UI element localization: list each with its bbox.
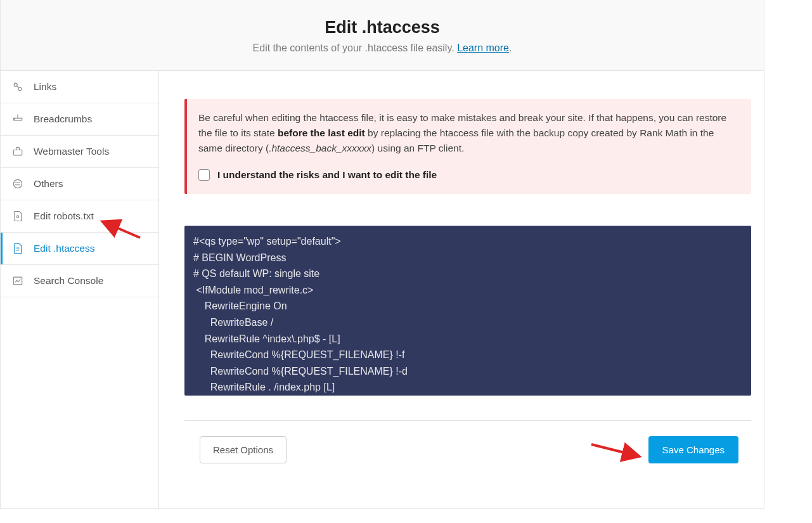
sidebar-item-search-console[interactable]: Search Console bbox=[1, 265, 158, 297]
htaccess-file-icon bbox=[11, 242, 25, 255]
reset-options-button[interactable]: Reset Options bbox=[200, 436, 287, 463]
risk-checkbox-label[interactable]: I understand the risks and I want to edi… bbox=[217, 167, 437, 183]
sidebar-item-label: Breadcrumbs bbox=[34, 113, 92, 125]
content-pane: Be careful when editing the htaccess fil… bbox=[159, 71, 764, 508]
sidebar-item-label: Search Console bbox=[34, 275, 103, 287]
warning-text: Be careful when editing the htaccess fil… bbox=[198, 110, 738, 156]
svg-point-9 bbox=[16, 216, 18, 217]
svg-line-2 bbox=[16, 86, 18, 87]
body-area: Links Breadcrumbs Webmaster Tools bbox=[1, 71, 764, 508]
annotation-arrow-save bbox=[589, 441, 642, 462]
sidebar-item-links[interactable]: Links bbox=[1, 71, 158, 103]
warning-bold: before the last edit bbox=[278, 127, 365, 138]
subtitle-text: Edit the contents of your .htaccess file… bbox=[253, 42, 458, 53]
link-icon bbox=[11, 80, 25, 94]
htaccess-editor[interactable] bbox=[184, 226, 751, 396]
risk-acknowledge-row: I understand the risks and I want to edi… bbox=[198, 167, 738, 183]
sidebar-item-others[interactable]: Others bbox=[1, 168, 158, 200]
settings-panel: Edit .htaccess Edit the contents of your… bbox=[0, 0, 764, 509]
sidebar-item-label: Links bbox=[34, 81, 56, 93]
sidebar: Links Breadcrumbs Webmaster Tools bbox=[1, 71, 159, 508]
footer-bar: Reset Options Save Changes bbox=[184, 420, 751, 479]
warning-italic: .htaccess_back_xxxxxx bbox=[269, 143, 371, 153]
learn-more-link[interactable]: Learn more bbox=[457, 42, 509, 53]
sidebar-item-edit-robots[interactable]: Edit robots.txt bbox=[1, 200, 158, 233]
svg-point-6 bbox=[13, 179, 22, 188]
risk-checkbox[interactable] bbox=[198, 169, 210, 181]
sidebar-item-webmaster-tools[interactable]: Webmaster Tools bbox=[1, 136, 158, 168]
sidebar-item-label: Edit robots.txt bbox=[34, 210, 94, 222]
subtitle-suffix: . bbox=[509, 42, 512, 53]
svg-rect-12 bbox=[13, 277, 22, 285]
sidebar-item-label: Others bbox=[34, 178, 63, 190]
warning-part3: ) using an FTP client. bbox=[371, 143, 464, 153]
others-icon bbox=[11, 177, 25, 191]
warning-box: Be careful when editing the htaccess fil… bbox=[184, 99, 751, 194]
svg-line-14 bbox=[591, 444, 637, 456]
page-subtitle: Edit the contents of your .htaccess file… bbox=[13, 42, 751, 54]
sidebar-item-edit-htaccess[interactable]: Edit .htaccess bbox=[1, 233, 158, 265]
sidebar-item-breadcrumbs[interactable]: Breadcrumbs bbox=[1, 103, 158, 136]
search-console-icon bbox=[11, 274, 25, 288]
page-title: Edit .htaccess bbox=[13, 18, 751, 37]
toolbox-icon bbox=[11, 145, 25, 158]
page-header: Edit .htaccess Edit the contents of your… bbox=[1, 0, 764, 71]
svg-rect-5 bbox=[13, 150, 22, 155]
breadcrumbs-icon bbox=[11, 112, 25, 126]
robots-file-icon bbox=[11, 209, 25, 223]
sidebar-item-label: Edit .htaccess bbox=[34, 243, 95, 254]
sidebar-item-label: Webmaster Tools bbox=[34, 146, 109, 157]
save-changes-button[interactable]: Save Changes bbox=[648, 436, 738, 463]
